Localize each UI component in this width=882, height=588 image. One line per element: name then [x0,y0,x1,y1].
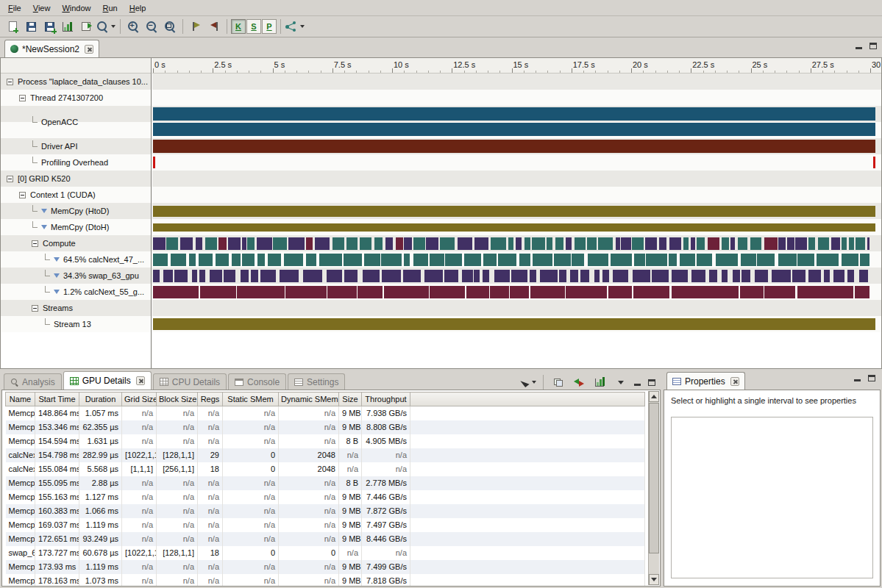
table-row[interactable]: Memcpy154.594 ms1.631 µsn/an/an/an/an/a8… [6,434,645,448]
view-menu-button[interactable] [611,373,629,391]
menu-window[interactable]: Window [56,1,96,15]
sort-direction-button[interactable] [570,373,588,391]
minimize-button[interactable] [852,373,863,383]
table-row[interactable]: Memcpy153.346 ms62.355 µsn/an/an/an/an/a… [6,420,645,434]
overhead-marker[interactable] [153,157,155,168]
stream-filter-toggle[interactable]: S [246,19,261,34]
timeline-interval-bar[interactable] [153,254,875,266]
column-header[interactable]: Duration [79,392,122,406]
select-interval-button[interactable] [519,373,537,391]
column-header[interactable]: Size [339,392,362,406]
table-row[interactable]: Memcpy160.383 ms1.066 msn/an/an/an/an/a9… [6,504,645,518]
menu-help[interactable]: Help [124,1,152,15]
column-header[interactable]: Static SMem [223,392,279,406]
process-filter-toggle[interactable]: P [262,19,277,34]
filter-funnel-icon[interactable] [41,225,47,229]
zoom-in-button[interactable] [124,18,142,35]
timeline-tree-row[interactable]: MemCpy (HtoD) [1,203,151,219]
close-session-icon[interactable] [85,45,93,54]
table-row[interactable]: Memcpy172.651 ms93.249 µsn/an/an/an/an/a… [6,532,645,546]
timeline-interval-bar[interactable] [153,237,875,250]
tab-gpu-details[interactable]: GPU Details [63,371,152,390]
tab-cpu-details[interactable]: CPU Details [153,373,227,390]
table-row[interactable]: Memcpy155.163 ms1.127 msn/an/an/an/an/a9… [6,490,645,504]
export-button[interactable] [77,18,95,35]
timeline-tree-row[interactable]: Context 1 (CUDA) [1,187,151,203]
timeline-interval-bar[interactable] [153,123,875,136]
minimize-button[interactable] [632,378,643,387]
kernel-filter-toggle[interactable]: K [231,19,246,34]
table-row[interactable]: Memcpy169.037 ms1.119 msn/an/an/an/an/a9… [6,518,645,532]
timeline-tree-row[interactable]: MemCpy (DtoH) [1,219,151,235]
zoom-out-button[interactable] [143,18,160,35]
column-header[interactable]: Grid Size [122,392,157,406]
timeline-tree-row[interactable]: Streams [1,300,151,316]
close-properties-icon[interactable] [730,377,739,386]
timeline-interval-bar[interactable] [153,270,875,282]
timeline-tree-row[interactable]: [0] GRID K520 [1,171,151,187]
run-analysis-button[interactable] [285,18,305,35]
filter-funnel-icon[interactable] [54,273,60,278]
table-row[interactable]: Memcpy178.163 ms1.073 msn/an/an/an/an/a9… [6,574,645,587]
timeline-interval-bar[interactable] [153,318,875,330]
table-row[interactable]: Memcpy148.864 ms1.057 msn/an/an/an/an/a9… [6,406,645,420]
timeline-tree-row[interactable]: Process "laplace_data_clauses 10... [1,74,151,90]
tab-properties[interactable]: Properties [666,372,745,390]
column-header[interactable]: Dynamic SMem [279,392,339,406]
scroll-down-button[interactable] [649,574,659,585]
table-row[interactable]: swap_63173.727 ms60.678 µs[1022,1,1][128… [6,546,645,560]
menu-view[interactable]: View [27,1,57,15]
filter-funnel-icon[interactable] [54,257,60,262]
maximize-button[interactable] [867,41,878,51]
collapse-toggle-icon[interactable] [7,176,13,182]
table-row[interactable]: Memcpy155.095 ms2.88 µsn/an/an/an/an/a8 … [6,476,645,490]
maximize-button[interactable] [866,373,877,383]
export-table-button[interactable] [591,373,608,391]
table-scrollbar[interactable] [648,391,659,585]
column-header[interactable]: Name [6,392,35,406]
timeline-interval-bar[interactable] [153,223,875,232]
tab-analysis[interactable]: Analysis [4,373,62,390]
zoom-fit-button[interactable] [161,18,179,35]
report-button[interactable] [59,18,77,35]
next-marker-button[interactable] [187,18,205,35]
timeline-tree-row[interactable]: 64.5% calcNext_47_... [1,251,151,268]
filter-funnel-icon[interactable] [41,209,47,213]
save-as-button[interactable] [40,18,58,35]
timeline-interval-bar[interactable] [153,140,875,153]
column-header[interactable]: Block Size [157,392,198,406]
table-row[interactable]: calcNext155.084 ms5.568 µs[1,1,1][256,1,… [6,462,645,476]
timeline-tree-row[interactable]: OpenACC [1,106,151,138]
table-row[interactable]: calcNext154.798 ms282.99 µs[1022,1,1][12… [6,448,645,462]
filter-funnel-icon[interactable] [54,290,60,294]
collapse-toggle-icon[interactable] [7,79,13,85]
maximize-button[interactable] [646,378,657,387]
tab-console[interactable]: Console [228,373,286,390]
timeline-interval-bar[interactable] [153,206,875,217]
close-tab-icon[interactable] [136,376,145,385]
timeline-tree-row[interactable]: Compute [1,235,151,251]
scrollbar-thumb[interactable] [649,403,659,553]
timeline-tree-row[interactable]: 34.3% swap_63_gpu [1,268,151,284]
timeline-interval-bar[interactable] [153,286,875,298]
minimize-button[interactable] [853,41,864,51]
collapse-toggle-icon[interactable] [19,95,26,101]
table-row[interactable]: Memcpy173.93 ms1.119 msn/an/an/an/an/a9 … [6,560,645,574]
collapse-toggle-icon[interactable] [32,305,38,312]
collapse-toggle-icon[interactable] [19,192,26,198]
tab-settings[interactable]: Settings [288,373,345,390]
column-header[interactable]: Start Time [35,392,79,406]
timeline-tree-row[interactable]: 1.2% calcNext_55_g... [1,284,151,300]
save-session-button[interactable] [22,18,40,35]
prev-marker-button[interactable] [205,18,223,35]
find-button[interactable] [96,18,116,35]
column-header[interactable]: Regs [198,392,223,406]
menu-run[interactable]: Run [97,1,124,15]
timeline-tree-row[interactable]: Thread 2741307200 [1,90,151,106]
timeline-tree-row[interactable]: Stream 13 [1,316,151,332]
group-view-button[interactable] [550,373,567,391]
timeline-interval-bar[interactable] [153,107,875,121]
column-header[interactable]: Throughput [362,392,410,406]
menu-file[interactable]: File [2,1,27,15]
overhead-marker[interactable] [873,157,875,168]
